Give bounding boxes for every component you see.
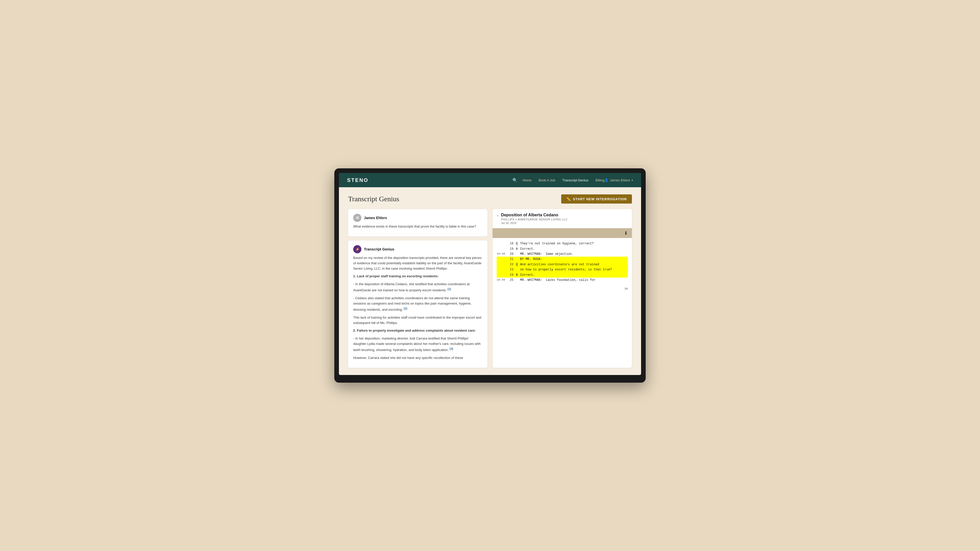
- page-number: 38: [493, 286, 632, 292]
- user-message-card: JE James Ehlers What evidence exists in …: [348, 209, 487, 237]
- document-header-top: ‹ Deposition of Alberta Cedano PHILLIPS …: [497, 213, 627, 224]
- user-menu[interactable]: 👤 James Ehlers ▾: [605, 178, 633, 182]
- ref-link-1[interactable]: [1]: [448, 287, 451, 291]
- user-name: James Ehlers: [610, 178, 630, 182]
- table-row: 24 A Correct.: [496, 272, 628, 278]
- ref-link-3[interactable]: [3]: [450, 347, 453, 350]
- table-row: 22 Q And activities coordinators are not…: [496, 262, 628, 267]
- ai-section-2: 2. Failure to properly investigate and a…: [353, 328, 482, 360]
- user-icon: 👤: [605, 178, 608, 182]
- user-message-author: James Ehlers: [364, 216, 387, 220]
- document-date: Jul 18, 2019: [501, 221, 568, 224]
- start-new-interrogation-button[interactable]: ✏️ START NEW INTERROGATION: [561, 194, 632, 203]
- table-row: 23 on how to properly escort residents; …: [496, 267, 628, 272]
- user-message-body: What evidence exists in these transcript…: [353, 224, 482, 229]
- document-subtitle: PHILLIPS v AVANTGARDE SENIOR LIVING LLC: [501, 218, 568, 221]
- page-title: Transcript Genius: [348, 195, 399, 203]
- document-panel: ‹ Deposition of Alberta Cedano PHILLIPS …: [493, 209, 632, 368]
- table-row: 21 BY MR. RUGA:: [496, 257, 628, 262]
- main-content: Transcript Genius ✏️ START NEW INTERROGA…: [339, 187, 641, 375]
- nav-links: Home Book A Job Transcript Genius Billin…: [523, 178, 605, 183]
- back-button[interactable]: ‹: [497, 213, 498, 218]
- document-title: Deposition of Alberta Cedano: [501, 213, 568, 218]
- document-toolbar: ⬇: [493, 228, 632, 238]
- chevron-down-icon: ▾: [632, 179, 633, 182]
- start-new-interrogation-label: START NEW INTERROGATION: [573, 197, 627, 201]
- screen: STENO 🔍 Home Book A Job Transcript Geniu…: [339, 173, 641, 375]
- table-row: 10:49 25 MR. WHITMAN: Lacks foundation, …: [496, 278, 628, 283]
- nav-item-home[interactable]: Home: [523, 178, 531, 183]
- brand-logo: STENO: [347, 177, 369, 183]
- ai-message-author: Transcript Genius: [364, 247, 394, 251]
- nav-item-transcript[interactable]: Transcript Genius: [562, 178, 588, 183]
- document-info: Deposition of Alberta Cedano PHILLIPS v …: [501, 213, 568, 224]
- nav-item-billing[interactable]: Billing: [596, 178, 605, 183]
- avatar: JE: [353, 214, 361, 222]
- download-button[interactable]: ⬇: [624, 230, 628, 236]
- page-header: Transcript Genius ✏️ START NEW INTERROGA…: [348, 194, 632, 203]
- search-icon[interactable]: 🔍: [512, 178, 517, 183]
- ai-message-body: Based on my review of the deposition tra…: [353, 256, 482, 361]
- user-message-header: JE James Ehlers: [353, 214, 482, 222]
- table-row: 18 Q They're not trained on hygiene, cor…: [496, 241, 628, 246]
- table-row: 10:49 20 MR. WHITMAN: Same objection.: [496, 251, 628, 257]
- ai-message-header: Transcript Genius: [353, 245, 482, 253]
- ai-message-card: Transcript Genius Based on my review of …: [348, 241, 487, 368]
- navbar: STENO 🔍 Home Book A Job Transcript Geniu…: [339, 173, 641, 187]
- two-column-layout: JE James Ehlers What evidence exists in …: [348, 209, 632, 368]
- document-header: ‹ Deposition of Alberta Cedano PHILLIPS …: [493, 209, 632, 228]
- ai-section-1: 1. Lack of proper staff training on esco…: [353, 274, 482, 326]
- ref-link-2[interactable]: [2]: [404, 307, 407, 310]
- transcript-body: 18 Q They're not trained on hygiene, cor…: [493, 238, 632, 286]
- laptop-frame: STENO 🔍 Home Book A Job Transcript Geniu…: [334, 168, 646, 383]
- nav-item-bookjob[interactable]: Book A Job: [538, 178, 555, 183]
- pencil-icon: ✏️: [566, 197, 571, 201]
- table-row: 19 A Correct.: [496, 246, 628, 251]
- chat-panel: JE James Ehlers What evidence exists in …: [348, 209, 487, 368]
- transcript-genius-avatar: [353, 245, 361, 253]
